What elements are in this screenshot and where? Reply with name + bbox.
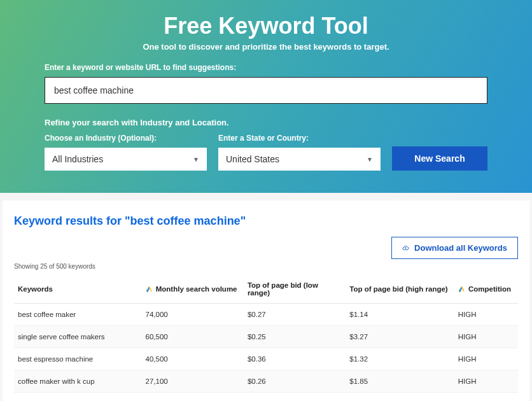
- search-input-label: Enter a keyword or website URL to find s…: [45, 63, 487, 72]
- col-competition[interactable]: Competition: [454, 275, 518, 304]
- cell-vol: 27,100: [142, 370, 244, 393]
- table-row: coffee maker with k cup27,100$0.26$1.85H…: [14, 370, 518, 393]
- cell-low: $0.36: [244, 348, 346, 370]
- cell-low: $0.33: [244, 393, 346, 402]
- col-bid-low[interactable]: Top of page bid (low range): [244, 275, 346, 304]
- col-keywords[interactable]: Keywords: [14, 275, 142, 304]
- cell-comp: HIGH: [454, 326, 518, 348]
- table-row: best espresso machine40,500$0.36$1.32HIG…: [14, 348, 518, 370]
- industry-select[interactable]: All Industries ▼: [45, 148, 207, 171]
- svg-point-1: [459, 290, 461, 292]
- chevron-down-icon: ▼: [367, 156, 373, 163]
- cell-kw: best home espresso machine: [14, 393, 142, 402]
- col-volume[interactable]: Monthly search volume: [142, 275, 244, 304]
- cell-low: $0.25: [244, 326, 346, 348]
- col-bid-high[interactable]: Top of page bid (high range): [346, 275, 454, 304]
- cell-kw: best espresso machine: [14, 348, 142, 370]
- download-keywords-button[interactable]: Download all Keywords: [391, 237, 518, 259]
- keywords-table: Keywords Monthly search volume Top of pa…: [14, 275, 518, 401]
- cell-high: $1.85: [346, 393, 454, 402]
- cell-kw: coffee maker with k cup: [14, 370, 142, 393]
- cell-kw: single serve coffee makers: [14, 326, 142, 348]
- chevron-down-icon: ▼: [193, 156, 199, 163]
- svg-point-0: [146, 290, 148, 292]
- results-panel: Keyword results for "best coffee machine…: [3, 200, 529, 401]
- page-subtitle: One tool to discover and prioritize the …: [45, 42, 487, 52]
- filters-row: Choose an Industry (Optional): All Indus…: [45, 134, 487, 171]
- cell-comp: HIGH: [454, 304, 518, 326]
- cell-kw: best coffee maker: [14, 304, 142, 326]
- cloud-download-icon: [402, 243, 410, 253]
- cell-vol: 60,500: [142, 326, 244, 348]
- keyword-input[interactable]: [45, 77, 487, 104]
- cell-vol: 40,500: [142, 348, 244, 370]
- cell-low: $0.27: [244, 304, 346, 326]
- cell-low: $0.26: [244, 370, 346, 393]
- download-button-label: Download all Keywords: [414, 243, 507, 253]
- table-row: best home espresso machine18,100$0.33$1.…: [14, 393, 518, 402]
- cell-comp: HIGH: [454, 348, 518, 370]
- industry-label: Choose an Industry (Optional):: [45, 134, 207, 143]
- hero-section: Free Keyword Tool One tool to discover a…: [0, 0, 532, 193]
- cell-vol: 74,000: [142, 304, 244, 326]
- cell-high: $1.85: [346, 370, 454, 393]
- results-title: Keyword results for "best coffee machine…: [14, 215, 518, 228]
- location-label: Enter a State or Country:: [218, 134, 381, 143]
- google-ads-icon: [458, 285, 465, 292]
- cell-high: $3.27: [346, 326, 454, 348]
- table-row: best coffee maker74,000$0.27$1.14HIGH: [14, 304, 518, 326]
- google-ads-icon: [146, 285, 153, 292]
- location-select[interactable]: United States ▼: [218, 148, 381, 171]
- cell-comp: HIGH: [454, 393, 518, 402]
- page-title: Free Keyword Tool: [45, 13, 487, 39]
- cell-high: $1.32: [346, 348, 454, 370]
- location-value: United States: [226, 154, 279, 164]
- cell-high: $1.14: [346, 304, 454, 326]
- industry-value: All Industries: [52, 154, 103, 164]
- refine-label: Refine your search with Industry and Loc…: [45, 118, 487, 127]
- results-count: Showing 25 of 500 keywords: [14, 263, 518, 270]
- cell-comp: HIGH: [454, 370, 518, 393]
- new-search-button[interactable]: New Search: [392, 146, 487, 171]
- table-row: single serve coffee makers60,500$0.25$3.…: [14, 326, 518, 348]
- cell-vol: 18,100: [142, 393, 244, 402]
